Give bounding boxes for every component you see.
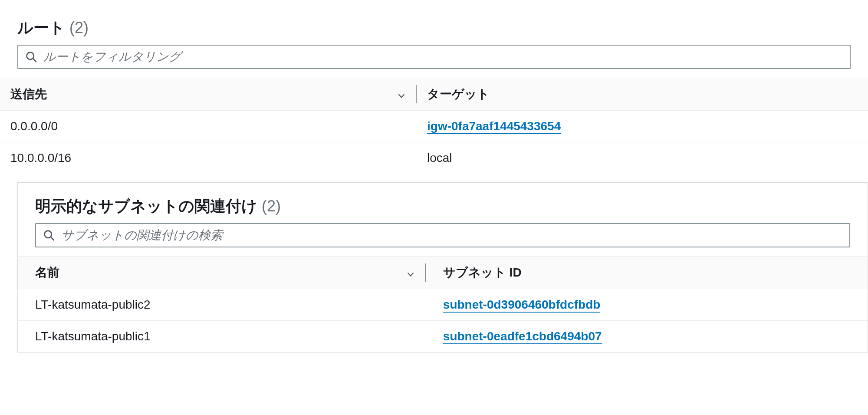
subnet-col-name-label: 名前: [35, 264, 59, 281]
svg-point-0: [27, 53, 34, 59]
subnet-search-input[interactable]: [61, 228, 842, 242]
routes-col-destination[interactable]: 送信先: [0, 78, 417, 111]
table-row: 10.0.0.0/16 local: [0, 142, 868, 174]
routes-table: 送信先 ターゲット 0.0.0.0/0: [0, 78, 868, 174]
search-icon: [25, 51, 37, 63]
routes-col-target-label: ターゲット: [427, 86, 490, 102]
subnet-id-link[interactable]: subnet-0d3906460bfdcfbdb: [443, 298, 601, 313]
routes-search-input[interactable]: [43, 50, 843, 64]
sort-icon: [406, 268, 415, 277]
routes-panel: ルート (2) 送信先: [0, 9, 868, 174]
routes-col-destination-label: 送信先: [10, 86, 47, 102]
search-icon: [43, 229, 55, 241]
routes-header: ルート (2): [0, 9, 868, 45]
sort-icon: [397, 89, 406, 99]
route-destination: 0.0.0.0/0: [0, 111, 417, 142]
subnet-table: 名前 サブネット ID LT-katsumat: [18, 256, 868, 352]
subnet-count: (2): [262, 197, 281, 215]
route-target-link[interactable]: igw-0fa7aaf1445433654: [427, 119, 561, 134]
subnet-header: 明示的なサブネットの関連付け (2): [18, 187, 868, 223]
subnet-col-id[interactable]: サブネット ID: [426, 257, 868, 289]
routes-col-target[interactable]: ターゲット: [417, 78, 868, 111]
table-row: LT-katsumata-public2 subnet-0d3906460bfd…: [18, 289, 868, 321]
svg-point-2: [45, 231, 52, 238]
svg-line-3: [51, 237, 54, 240]
svg-line-1: [33, 59, 36, 62]
subnet-col-name[interactable]: 名前: [18, 257, 426, 289]
subnet-title: 明示的なサブネットの関連付け: [35, 196, 257, 217]
subnet-id-link[interactable]: subnet-0eadfe1cbd6494b07: [443, 329, 602, 344]
table-row: 0.0.0.0/0 igw-0fa7aaf1445433654: [0, 111, 868, 142]
subnet-col-id-label: サブネット ID: [443, 264, 522, 281]
route-destination: 10.0.0.0/16: [0, 142, 417, 174]
routes-title: ルート: [17, 17, 65, 39]
routes-count: (2): [69, 19, 89, 37]
route-target-text: local: [417, 142, 868, 174]
routes-search[interactable]: [17, 45, 851, 69]
subnet-name: LT-katsumata-public2: [18, 289, 426, 321]
table-row: LT-katsumata-public1 subnet-0eadfe1cbd64…: [18, 321, 868, 352]
subnet-associations-panel: 明示的なサブネットの関連付け (2) 名前: [17, 182, 868, 352]
subnet-name: LT-katsumata-public1: [18, 321, 426, 352]
subnet-search[interactable]: [35, 223, 850, 247]
